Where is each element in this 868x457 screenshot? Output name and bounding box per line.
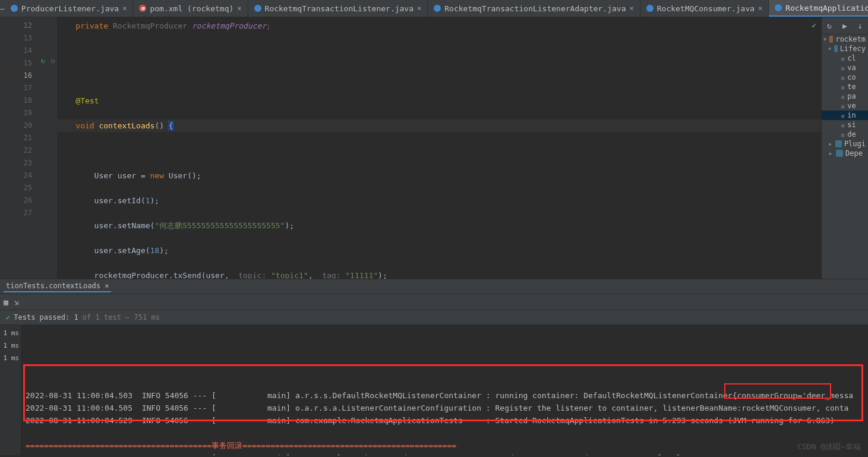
close-icon[interactable]: × (105, 282, 109, 290)
maven-tree[interactable]: ▾rocketm▾Lifecy✲cl✲va✲co✲te✲pa✲ve✲in✲si✲… (822, 34, 868, 279)
console-output[interactable]: CSDN @浅唱~幸福 2022-08-31 11:00:04.503 INFO… (21, 325, 868, 455)
console-line (21, 427, 868, 439)
maven-tree-item[interactable]: ✲va (822, 63, 868, 73)
code-editor[interactable]: 12131415161718192021222324252627 ↻ ⊟ pri… (0, 17, 821, 279)
editor-tab[interactable]: RocketmqTransactionListener.java× (248, 0, 428, 17)
tab-label: RocketmqTransactionListener.java (265, 4, 414, 13)
close-icon[interactable]: × (237, 4, 241, 12)
highlight-box-small (724, 383, 831, 399)
editor-tabs: — ProducerListener.java×mpom.xml (rocket… (0, 0, 868, 17)
main-area: 12131415161718192021222324252627 ↻ ⊟ pri… (0, 17, 868, 279)
marker-gutter: ↻ (37, 17, 49, 279)
tab-label: pom.xml (rocketmq) (150, 4, 233, 13)
maven-tree-item[interactable]: ▾Lifecy (822, 44, 868, 53)
maven-tree-item[interactable]: ✲in (822, 111, 868, 120)
tab-label: RocketmqTransactionListenerAdapter.java (444, 4, 626, 13)
tab-label: RocketMQConsumer.java (657, 4, 755, 13)
console-line: 2022-08-31 11:00:05.291 INFO 54056 --- [… (21, 452, 868, 455)
editor-tab[interactable]: RocketmqTransactionListenerAdapter.java× (428, 0, 640, 17)
maven-tree-item[interactable]: ▾rocketm (822, 34, 868, 44)
close-icon[interactable]: × (630, 4, 634, 12)
maven-tree-item[interactable]: ✲ve (822, 101, 868, 111)
close-icon[interactable]: × (417, 4, 421, 12)
close-icon[interactable]: × (122, 4, 127, 12)
file-type-icon (11, 5, 18, 12)
fold-gutter: ⊟ (49, 17, 57, 279)
editor-tab[interactable]: RocketmqApplicationTests.java× (769, 0, 868, 17)
tests-passed-label: Tests passed: 1 of 1 test – 751 ms (14, 313, 160, 322)
tab-scroll-left[interactable]: — (0, 0, 5, 17)
maven-tree-item[interactable]: ✲si (822, 120, 868, 130)
maven-tree-item[interactable]: ✲de (822, 130, 868, 139)
file-type-icon (254, 5, 261, 12)
file-type-icon (775, 4, 782, 11)
editor-tab[interactable]: mpom.xml (rocketmq)× (133, 0, 248, 17)
expand-icon[interactable]: ⇲ (14, 298, 19, 307)
tests-passed-icon: ✔ (6, 313, 10, 322)
tab-label: ProducerListener.java (21, 4, 119, 13)
maven-panel: ↻ ▶ ↓ ▾rocketm▾Lifecy✲cl✲va✲co✲te✲pa✲ve✲… (821, 17, 868, 279)
maven-download-icon[interactable]: ↓ (858, 21, 863, 30)
file-type-icon (434, 5, 441, 12)
layout-icon[interactable]: ▦ (4, 298, 8, 307)
test-time-column: 1 ms1 ms1 ms (0, 325, 21, 455)
editor-tab[interactable]: RocketMQConsumer.java× (640, 0, 769, 17)
console-line: ========================================… (21, 439, 868, 452)
run-tabs: tionTests.contextLoads × (0, 279, 868, 294)
maven-run-icon[interactable]: ▶ (842, 21, 847, 30)
maven-tree-item[interactable]: ✲pa (822, 92, 868, 101)
run-config-tab[interactable]: tionTests.contextLoads × (4, 280, 111, 292)
tab-label: RocketmqApplicationTests.java (785, 4, 868, 12)
run-gutter-icon[interactable]: ↻ (37, 55, 49, 67)
file-type-icon (646, 5, 654, 12)
file-type-icon: m (139, 5, 146, 12)
close-icon[interactable]: × (758, 4, 762, 12)
code-area[interactable]: private RocketmqProducer rocketmqProduce… (57, 17, 821, 279)
maven-tree-item[interactable]: ▸Plugi (822, 139, 868, 149)
maven-refresh-icon[interactable]: ↻ (827, 21, 832, 30)
maven-tree-item[interactable]: ✲te (822, 82, 868, 92)
line-number-gutter: 12131415161718192021222324252627 (0, 17, 37, 279)
editor-tab[interactable]: ProducerListener.java× (5, 0, 134, 17)
maven-tree-item[interactable]: ✲cl (822, 53, 868, 63)
console-panel: 1 ms1 ms1 ms CSDN @浅唱~幸福 2022-08-31 11:0… (0, 325, 868, 455)
run-toolbar: ▦ ⇲ (0, 294, 868, 310)
analysis-ok-icon: ✔ (812, 21, 816, 30)
maven-tree-item[interactable]: ▸Depe (822, 149, 868, 158)
maven-tree-item[interactable]: ✲co (822, 73, 868, 82)
test-status-bar: ✔ Tests passed: 1 of 1 test – 751 ms (0, 310, 868, 325)
